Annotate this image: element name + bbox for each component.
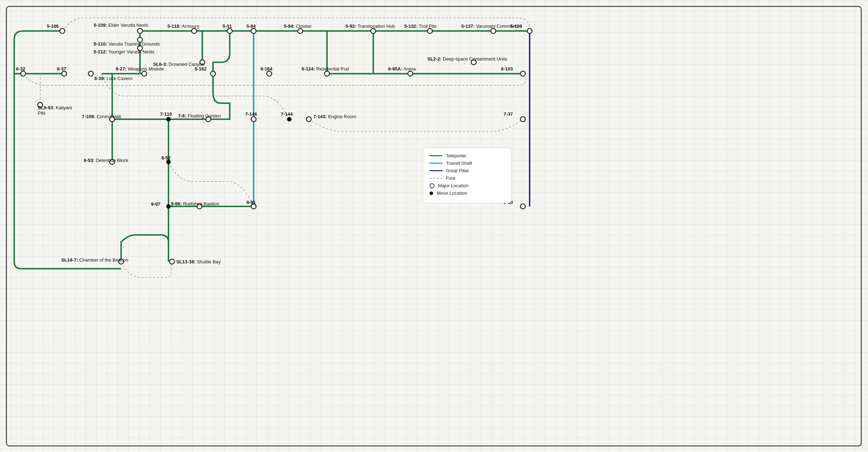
svg-text:SL14-7: Chamber of the Beacon: SL14-7: Chamber of the Beacon	[61, 257, 128, 263]
legend-foot: Foot	[430, 175, 505, 181]
svg-text:6-103: 6-103	[501, 66, 513, 72]
svg-text:5-138: 5-138	[510, 23, 522, 29]
legend-great-pillar: Great Pillar	[430, 168, 505, 173]
svg-point-36	[227, 28, 232, 33]
svg-text:5-84: 5-84	[246, 23, 256, 29]
svg-point-31	[60, 28, 65, 33]
svg-point-47	[142, 71, 147, 76]
svg-text:SL9-53: Kaliyani: SL9-53: Kaliyani	[38, 105, 72, 110]
svg-point-48	[210, 71, 215, 76]
svg-point-38	[298, 28, 303, 33]
svg-text:9-91: 9-91	[246, 200, 256, 205]
svg-text:7-37: 7-37	[504, 111, 513, 117]
legend-major-label: Major Location	[438, 183, 468, 188]
legend-foot-label: Foot	[446, 175, 455, 181]
svg-text:6-164: 6-164	[260, 66, 272, 72]
svg-text:5-118: Armoury: 5-118: Armoury	[167, 23, 199, 29]
svg-point-42	[527, 28, 532, 33]
svg-point-69	[170, 259, 175, 264]
svg-text:5-109: Elder Varuda Nests: 5-109: Elder Varuda Nests	[94, 22, 148, 28]
svg-point-35	[192, 28, 197, 33]
legend-teleporter-label: Teleporter	[446, 153, 467, 158]
legend-minor: Minor Location	[430, 190, 505, 196]
svg-text:6-32: 6-32	[16, 66, 25, 72]
transit-line-icon	[430, 163, 442, 164]
svg-text:SL2-2: Deep-space Containment : SL2-2: Deep-space Containment Units	[427, 56, 507, 62]
svg-text:8-52: 8-52	[161, 155, 171, 161]
svg-text:9-97: 9-97	[151, 201, 160, 207]
svg-point-41	[491, 28, 496, 33]
svg-text:8-53: Detention Block: 8-53: Detention Block	[84, 158, 129, 163]
svg-point-51	[408, 71, 413, 76]
legend-great-pillar-label: Great Pillar	[446, 168, 469, 173]
svg-text:5-31: 5-31	[223, 23, 232, 29]
svg-text:7-109: Control Hall: 7-109: Control Hall	[82, 114, 121, 119]
svg-text:6-95A: Arena: 6-95A: Arena	[388, 66, 416, 72]
map-svg: 5-106 5-109: Elder Varuda Nests 5-110: V…	[0, 0, 868, 452]
svg-point-44	[21, 71, 26, 76]
svg-point-64	[166, 204, 171, 209]
svg-point-67	[520, 204, 525, 209]
svg-text:7-143: Engine Room: 7-143: Engine Room	[313, 114, 356, 119]
svg-point-49	[267, 71, 272, 76]
svg-point-60	[306, 117, 311, 122]
svg-text:6-27: Weapons Module: 6-27: Weapons Module	[116, 66, 164, 72]
minor-location-icon	[430, 191, 433, 195]
svg-text:6-124: Residential Pod: 6-124: Residential Pod	[302, 66, 349, 72]
svg-text:Pits: Pits	[38, 110, 46, 116]
svg-point-39	[371, 28, 376, 33]
svg-text:6-162: 6-162	[195, 66, 207, 72]
svg-point-56	[166, 117, 171, 121]
svg-text:5-92: Translocation Hub: 5-92: Translocation Hub	[345, 23, 395, 29]
major-location-icon	[430, 183, 435, 188]
svg-point-53	[520, 71, 525, 76]
legend: Teleporter Transit Shaft Great Pillar Fo…	[423, 148, 512, 203]
teleporter-line-icon	[430, 155, 442, 156]
svg-point-61	[520, 117, 525, 122]
svg-text:7-110: 7-110	[160, 111, 172, 117]
great-pillar-line-icon	[430, 170, 442, 171]
foot-line-icon	[430, 178, 442, 179]
svg-text:5-112: Younger Varuda Nests: 5-112: Younger Varuda Nests	[94, 49, 155, 54]
svg-rect-0	[6, 6, 861, 446]
legend-teleporter: Teleporter	[430, 153, 505, 158]
svg-point-45	[62, 71, 67, 76]
legend-transit-label: Transit Shaft	[446, 161, 472, 166]
svg-point-50	[324, 71, 329, 76]
svg-text:SL13-38: Shuttle Bay: SL13-38: Shuttle Bay	[176, 259, 221, 264]
legend-major: Major Location	[430, 183, 505, 188]
svg-text:7-144: 7-144	[281, 111, 293, 117]
svg-text:6-37: 6-37	[57, 66, 66, 72]
svg-text:5-132: Troll Pits: 5-132: Troll Pits	[404, 23, 437, 29]
legend-transit: Transit Shaft	[430, 161, 505, 166]
svg-text:6-39: Lock Cavern: 6-39: Lock Cavern	[94, 76, 132, 81]
svg-text:5-94: Cloister: 5-94: Cloister	[284, 23, 312, 29]
svg-point-40	[427, 28, 432, 33]
svg-point-59	[287, 117, 291, 121]
svg-text:5-137: Varumani Command: 5-137: Varumani Command	[461, 23, 518, 29]
legend-minor-label: Minor Location	[437, 190, 467, 196]
svg-text:5-106: 5-106	[47, 23, 58, 29]
svg-point-46	[88, 71, 93, 76]
svg-text:7-6: Floating Garden: 7-6: Floating Garden	[178, 113, 221, 119]
svg-text:5-110: Varuda Training Grounds: 5-110: Varuda Training Grounds	[94, 41, 160, 47]
svg-point-37	[251, 28, 256, 33]
map-container: 5-106 5-109: Elder Varuda Nests 5-110: V…	[0, 0, 868, 452]
svg-point-32	[137, 28, 142, 33]
svg-text:9-96: Rudishva Bastion: 9-96: Rudishva Bastion	[171, 201, 219, 206]
svg-text:7-146: 7-146	[245, 111, 257, 117]
svg-point-58	[251, 117, 256, 122]
